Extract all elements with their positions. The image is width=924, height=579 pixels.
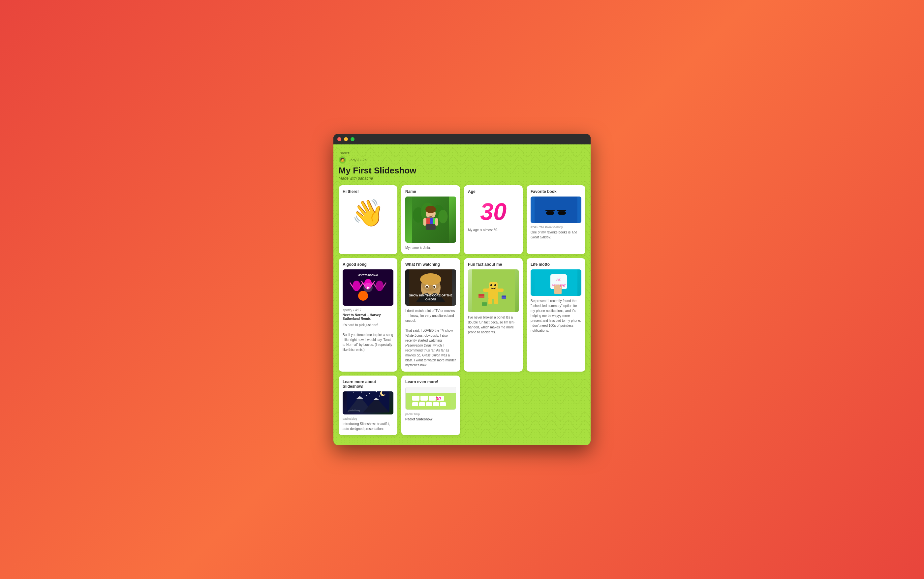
svg-rect-88 <box>419 402 425 406</box>
card-learn-even-more: Learn even more! <box>401 376 460 435</box>
blog-desc: Introducing Slideshow: beautiful, auto-d… <box>343 421 393 431</box>
svg-text:NEXT TO NORMAL: NEXT TO NORMAL <box>358 274 379 276</box>
song-desc: It's hard to pick just one! But if you f… <box>343 322 393 352</box>
svg-rect-42 <box>488 288 498 299</box>
help-preview: 30 <box>405 387 456 410</box>
card-hi-there-title: Hi there! <box>343 189 393 194</box>
song-image: NEXT TO NORMAL ▶ <box>343 269 393 306</box>
svg-rect-51 <box>479 294 484 296</box>
svg-rect-90 <box>433 402 439 406</box>
avatar: 🧑 <box>339 156 346 164</box>
blog-link-image: padlet.blog <box>343 391 393 414</box>
wave-emoji-icon: 👋 <box>343 196 393 229</box>
spotify-label: spotify • 4:17 <box>343 308 393 312</box>
window-chrome <box>334 134 590 144</box>
motto-image: BE PRESENT <box>531 269 581 296</box>
song-name: Next to Normal – Harvey Sutherland Remix <box>343 313 393 321</box>
svg-point-39 <box>433 286 435 288</box>
help-url: padlet.help <box>405 412 456 416</box>
padlet-container: Padlet 🧑 Lady J • 2d My First Slideshow … <box>334 144 590 445</box>
maximize-button[interactable] <box>350 137 355 141</box>
svg-rect-15 <box>546 211 554 215</box>
svg-text:BE: BE <box>556 278 561 282</box>
svg-rect-89 <box>426 402 432 406</box>
svg-rect-16 <box>558 211 566 215</box>
card-life-motto-title: Life motto <box>531 262 581 267</box>
svg-rect-14 <box>535 196 577 223</box>
svg-point-22 <box>376 281 384 291</box>
svg-rect-48 <box>483 288 489 292</box>
blog-url: padlet.blog <box>343 417 393 420</box>
card-learn-even-more-title: Learn even more! <box>405 379 456 384</box>
card-favorite-book: Favorite book <box>527 185 585 254</box>
avatar-group: 🧑 <box>339 156 346 164</box>
svg-rect-49 <box>498 288 504 292</box>
svg-rect-63 <box>561 285 562 289</box>
svg-point-4 <box>438 210 448 223</box>
svg-rect-8 <box>430 218 433 224</box>
card-fun-fact-title: Fun fact about me <box>468 262 519 267</box>
play-button[interactable]: ▶ <box>363 283 373 292</box>
help-link-title: Padlet Slideshow <box>405 417 456 422</box>
card-life-motto: Life motto BE PRESENT <box>527 258 585 371</box>
svg-rect-83 <box>420 396 428 401</box>
card-age-title: Age <box>468 189 519 194</box>
svg-point-12 <box>425 206 436 213</box>
svg-rect-18 <box>557 210 566 211</box>
svg-point-66 <box>353 393 353 393</box>
card-book-title: Favorite book <box>531 189 581 194</box>
svg-rect-46 <box>488 298 492 304</box>
svg-rect-84 <box>429 396 436 401</box>
svg-rect-10 <box>424 218 426 226</box>
close-button[interactable] <box>337 137 341 141</box>
svg-rect-91 <box>440 402 446 406</box>
svg-rect-11 <box>435 218 438 226</box>
svg-point-20 <box>353 281 360 291</box>
svg-point-45 <box>494 284 496 286</box>
svg-point-73 <box>379 395 380 396</box>
svg-text:30: 30 <box>436 396 441 401</box>
empty-col-4 <box>527 376 585 435</box>
watching-text-overlay: SHOW HIM THE CORE OF THE ONION! <box>405 293 456 303</box>
cards-row-2: A good song <box>339 258 585 371</box>
svg-point-38 <box>426 286 428 288</box>
card-name: Name <box>401 185 460 254</box>
card-watching-title: What I'm watching <box>405 262 456 267</box>
author-date: Lady J • 2d <box>348 158 367 162</box>
svg-point-72 <box>366 395 367 396</box>
svg-point-67 <box>361 391 362 393</box>
card-learn-more: Learn more about Slideshow! <box>339 376 397 435</box>
svg-rect-17 <box>545 210 554 211</box>
svg-rect-53 <box>502 295 506 297</box>
svg-rect-81 <box>411 393 450 409</box>
padlet-header: Padlet 🧑 Lady J • 2d My First Slideshow … <box>339 148 585 185</box>
svg-rect-60 <box>554 285 556 290</box>
svg-rect-7 <box>426 218 430 224</box>
svg-rect-62 <box>558 285 560 288</box>
svg-text:padlet.blog: padlet.blog <box>348 409 360 412</box>
card-watching: What I'm watching <box>401 258 460 371</box>
card-name-title: Name <box>405 189 456 194</box>
name-photo <box>405 196 456 243</box>
svg-rect-61 <box>556 285 558 288</box>
cards-row-3: Learn more about Slideshow! <box>339 376 585 435</box>
padlet-logo: Padlet <box>339 151 585 155</box>
padlet-meta: 🧑 Lady J • 2d <box>339 156 585 164</box>
card-good-song: A good song <box>339 258 397 371</box>
svg-rect-43 <box>489 282 498 289</box>
svg-rect-47 <box>494 298 498 304</box>
help-preview-content: 30 <box>406 393 456 409</box>
age-number: 30 <box>468 196 519 226</box>
watching-desc: I don't watch a lot of TV or movies—I kn… <box>405 308 456 368</box>
minimize-button[interactable] <box>344 137 348 141</box>
app-window: Padlet 🧑 Lady J • 2d My First Slideshow … <box>334 134 590 445</box>
card-fun-fact: Fun fact about me <box>464 258 523 371</box>
card-name-text: My name is Julia. <box>405 245 456 250</box>
fun-fact-desc: I've never broken a bone! It's a double … <box>468 315 519 335</box>
svg-rect-54 <box>482 303 487 306</box>
motto-desc: Be present! I recently found the "schedu… <box>531 298 581 333</box>
watching-image: SHOW HIM THE CORE OF THE ONION! <box>405 269 456 306</box>
pdf-badge: PDF • The Great Gatsby <box>531 226 581 229</box>
svg-rect-87 <box>412 402 418 406</box>
svg-rect-82 <box>412 396 419 401</box>
